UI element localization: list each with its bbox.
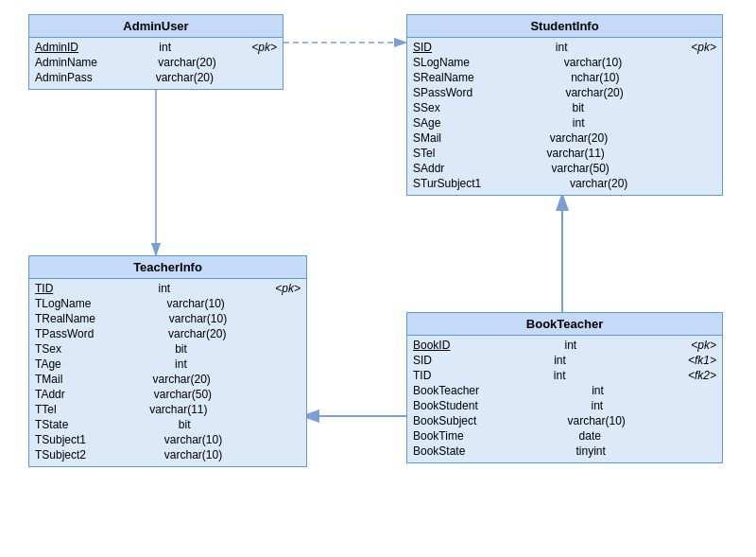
table-row: BookSubject varchar(10) xyxy=(413,413,716,428)
table-row: TPassWord varchar(20) xyxy=(35,326,301,341)
field-type: int xyxy=(175,357,187,371)
table-row: SMail varchar(20) xyxy=(413,131,716,146)
adminuser-body: AdminID int <pk> AdminName varchar(20) A… xyxy=(29,38,283,89)
field-type: varchar(20) xyxy=(168,327,226,340)
field-type: varchar(50) xyxy=(552,162,610,175)
teacherinfo-header: TeacherInfo xyxy=(29,256,306,279)
table-row: BookID int <pk> xyxy=(413,338,716,353)
teacherinfo-body: TID int <pk> TLogName varchar(10) TRealN… xyxy=(29,279,306,466)
field-name: SAge xyxy=(413,116,440,130)
field-type: varchar(10) xyxy=(167,297,225,310)
field-name: TSubject1 xyxy=(35,433,86,446)
table-row: SID int <pk> xyxy=(413,40,716,55)
table-row: TID int <fk2> xyxy=(413,368,716,383)
table-row: TTel varchar(11) xyxy=(35,402,301,417)
field-name: BookStudent xyxy=(413,399,478,412)
field-constraint: <fk2> xyxy=(688,369,716,382)
field-type: nchar(10) xyxy=(571,71,619,84)
field-type: date xyxy=(579,429,601,443)
diagram-container: AdminUser AdminID int <pk> AdminName var… xyxy=(0,0,756,557)
field-type: int xyxy=(554,369,566,382)
studentinfo-table: StudentInfo SID int <pk> SLogName varcha… xyxy=(406,14,723,196)
bookteacher-body: BookID int <pk> SID int <fk1> TID int <f… xyxy=(407,336,722,462)
field-type: int xyxy=(556,41,568,54)
field-constraint: <pk> xyxy=(251,41,277,54)
field-constraint: <pk> xyxy=(691,41,716,54)
field-name: TAddr xyxy=(35,388,65,401)
studentinfo-header: StudentInfo xyxy=(407,15,722,38)
field-name: TState xyxy=(35,418,68,431)
table-row: BookTime date xyxy=(413,428,716,444)
field-type: int xyxy=(592,384,604,397)
field-name: TRealName xyxy=(35,312,95,325)
field-type: varchar(11) xyxy=(546,147,604,160)
table-row: SSex bit xyxy=(413,100,716,115)
field-name: SSex xyxy=(413,101,440,114)
adminuser-header: AdminUser xyxy=(29,15,283,38)
table-row: TSubject1 varchar(10) xyxy=(35,432,301,447)
table-row: SLogName varchar(10) xyxy=(413,55,716,70)
field-type: varchar(20) xyxy=(156,71,214,84)
table-row: TAddr varchar(50) xyxy=(35,387,301,402)
field-type: varchar(20) xyxy=(152,373,210,386)
table-row: BookStudent int xyxy=(413,398,716,413)
field-name: SRealName xyxy=(413,71,474,84)
field-type: varchar(20) xyxy=(158,56,215,69)
field-name: SID xyxy=(413,41,432,54)
field-type: varchar(50) xyxy=(154,388,212,401)
teacherinfo-table: TeacherInfo TID int <pk> TLogName varcha… xyxy=(28,255,307,467)
field-name: TLogName xyxy=(35,297,91,310)
bookteacher-table: BookTeacher BookID int <pk> SID int <fk1… xyxy=(406,312,723,463)
field-name: AdminName xyxy=(35,56,97,69)
field-name: SMail xyxy=(413,131,441,145)
field-name: TMail xyxy=(35,373,62,386)
field-name: SLogName xyxy=(413,56,470,69)
field-name: TAge xyxy=(35,357,61,371)
field-type: varchar(10) xyxy=(164,448,222,461)
table-row: SAddr varchar(50) xyxy=(413,161,716,176)
table-row: TLogName varchar(10) xyxy=(35,296,301,311)
field-type: int xyxy=(573,116,585,130)
table-row: TRealName varchar(10) xyxy=(35,311,301,326)
adminuser-table: AdminUser AdminID int <pk> AdminName var… xyxy=(28,14,284,90)
table-row: BookTeacher int xyxy=(413,383,716,398)
field-type: varchar(10) xyxy=(164,433,222,446)
field-name: BookState xyxy=(413,444,465,458)
field-name: SAddr xyxy=(413,162,444,175)
field-name: TSex xyxy=(35,342,61,356)
field-type: int xyxy=(159,41,171,54)
field-type: varchar(10) xyxy=(568,414,626,427)
field-constraint: <pk> xyxy=(275,282,301,295)
field-type: varchar(20) xyxy=(565,86,623,99)
table-row: SID int <fk1> xyxy=(413,353,716,368)
table-row: SPassWord varchar(20) xyxy=(413,85,716,100)
table-row: TAge int xyxy=(35,357,301,372)
table-row: SAge int xyxy=(413,115,716,131)
field-type: varchar(20) xyxy=(550,131,608,145)
field-type: int xyxy=(564,339,576,352)
table-row: SRealName nchar(10) xyxy=(413,70,716,85)
field-constraint: <fk1> xyxy=(688,354,716,367)
studentinfo-body: SID int <pk> SLogName varchar(10) SRealN… xyxy=(407,38,722,195)
table-row: TMail varchar(20) xyxy=(35,372,301,387)
table-row: TSex bit xyxy=(35,341,301,357)
field-name: AdminID xyxy=(35,41,78,54)
field-name: TID xyxy=(413,369,431,382)
field-name: TID xyxy=(35,282,53,295)
table-row: AdminPass varchar(20) xyxy=(35,70,277,85)
field-type: bit xyxy=(175,342,187,356)
table-row: AdminID int <pk> xyxy=(35,40,277,55)
table-row: TState bit xyxy=(35,417,301,432)
field-name: BookID xyxy=(413,339,450,352)
table-row: AdminName varchar(20) xyxy=(35,55,277,70)
field-name: TSubject2 xyxy=(35,448,86,461)
field-type: varchar(10) xyxy=(169,312,227,325)
field-name: TPassWord xyxy=(35,327,94,340)
field-type: tinyint xyxy=(576,444,606,458)
table-row: TSubject2 varchar(10) xyxy=(35,447,301,462)
field-constraint: <pk> xyxy=(691,339,716,352)
field-name: STel xyxy=(413,147,435,160)
field-type: varchar(20) xyxy=(570,177,627,190)
field-type: bit xyxy=(179,418,191,431)
field-name: BookTime xyxy=(413,429,464,443)
